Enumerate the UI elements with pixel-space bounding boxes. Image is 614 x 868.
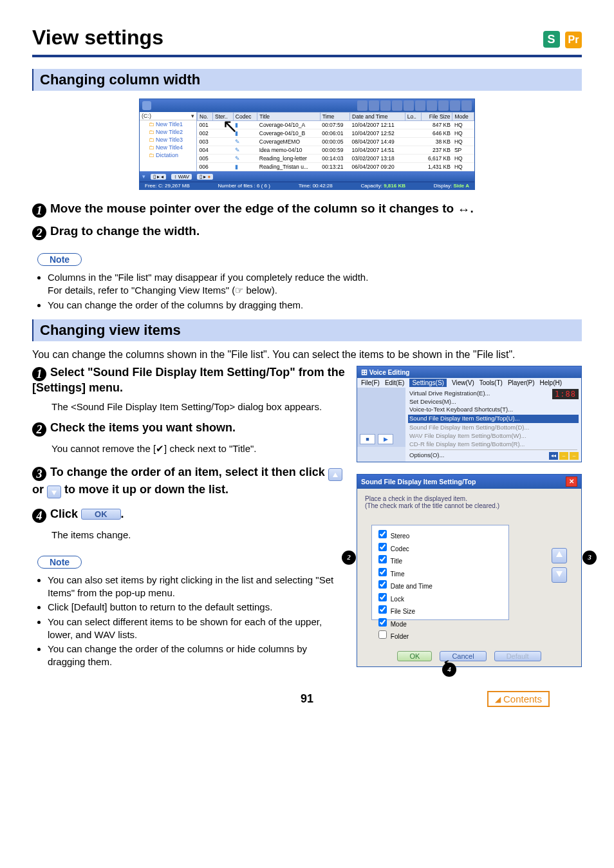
- step-b2: 2Check the items you want shown.: [32, 421, 345, 437]
- notes-list-b: You can also set items by right clicking…: [37, 574, 345, 669]
- contents-button[interactable]: ◢Contents: [487, 691, 550, 707]
- tab-button: ▯ ▸ ●: [197, 174, 213, 180]
- check-lock[interactable]: [378, 593, 387, 601]
- check-filesize[interactable]: [378, 605, 387, 614]
- section-changing-column-width: Changing column width: [32, 69, 582, 91]
- file-list-screenshot: (C:)▾ 🗀New Title1 🗀New Title2 🗀New Title…: [139, 99, 475, 190]
- step-b4-sub: The items change.: [51, 529, 345, 540]
- menu-item-selected: Sound File Display Item Setting/Top(U)..…: [408, 415, 579, 423]
- default-button[interactable]: Default: [494, 651, 541, 661]
- callout-4: 4: [442, 663, 456, 677]
- search-icon: [142, 101, 151, 110]
- play-icon: ▶: [378, 434, 393, 444]
- check-title[interactable]: [378, 555, 387, 563]
- tab-button-wav: ↕ WAV: [171, 174, 192, 180]
- toolbar-icon: [461, 100, 472, 111]
- table-row: 004✎Idea memo-04/1000:00:5910/04/2007 14…: [198, 146, 474, 155]
- toolbar-icon: [427, 100, 437, 111]
- section-changing-view-items: Changing view items: [32, 319, 582, 341]
- badge-s: S: [543, 31, 560, 48]
- status-bar: Free: C: 29,267 MB Number of files : 6 (…: [140, 182, 474, 189]
- toolbar-icon: [415, 100, 425, 111]
- folder-item: 🗀New Title1: [140, 120, 196, 128]
- move-up-button-inline: [328, 468, 342, 481]
- toolbar-icon: [380, 100, 391, 111]
- table-row: 001▮Coverage-04/10_A00:07:5910/04/2007 1…: [198, 121, 474, 129]
- toolbar-icon: [450, 100, 460, 111]
- counter-display: 1:88: [552, 389, 579, 399]
- move-down-button[interactable]: [552, 567, 567, 583]
- note-label: Note: [37, 253, 82, 266]
- dialog-intro: Place a check in the displayed item. (Th…: [365, 495, 573, 509]
- triangle-icon: ◢: [495, 695, 501, 704]
- callout-3: 3: [582, 551, 597, 565]
- step-1: 1Move the mouse pointer over the edge of…: [32, 202, 582, 218]
- step-b2-sub: You cannot remove the [✔] check next to …: [51, 443, 345, 455]
- note-label: Note: [37, 556, 82, 569]
- badges: S Pr: [543, 31, 582, 48]
- settings-dropdown: 1:88 Virtual Drive Registration(E)... Se…: [405, 388, 581, 462]
- resize-cursor-icon: ↔: [457, 202, 470, 216]
- toolbar-icon: [404, 100, 414, 111]
- section-intro: You can change the columns shown in the …: [32, 349, 582, 361]
- file-table: No.Ster..CodecTitleTimeDate and TimeLo..…: [197, 112, 474, 171]
- toolbar-icon: [357, 100, 367, 111]
- pause-icon: –: [559, 452, 568, 460]
- tab-button: ▯ ▸ ◂: [151, 174, 166, 180]
- table-row: 003✎CoverageMEMO00:00:0508/04/2007 14:49…: [198, 138, 474, 146]
- svg-marker-0: [333, 473, 338, 477]
- svg-marker-2: [556, 551, 563, 557]
- notes-list: Columns in the "File list" may disappear…: [37, 271, 582, 312]
- drive-selector: (C:)▾: [140, 112, 196, 120]
- svg-marker-1: [51, 491, 57, 495]
- display-item-dialog: 2 3 Sound File Display Item Setting/Top …: [357, 474, 582, 667]
- step-b4: 4Click OK.: [32, 507, 345, 523]
- step-b1: 1Select "Sound File Display Item Setting…: [32, 366, 345, 395]
- menu-bar: File(F)Edit(E)Settings(S)View(V)Tools(T)…: [357, 378, 581, 388]
- toolbar-icon: [392, 100, 402, 111]
- svg-marker-3: [556, 571, 563, 577]
- folder-item: 🗀Dictation: [140, 151, 196, 159]
- stop-icon: ■: [360, 434, 375, 444]
- check-time[interactable]: [378, 568, 387, 576]
- table-row: 002▮Coverage-04/10_B00:06:0110/04/2007 1…: [198, 129, 474, 138]
- page-title: View settings: [32, 26, 582, 50]
- check-mode[interactable]: [378, 618, 387, 627]
- toolbar-icon: [369, 100, 379, 111]
- ok-button-inline: OK: [81, 509, 121, 520]
- step-b1-sub: The <Sound File Display Item Setting/Top…: [51, 401, 345, 412]
- close-icon[interactable]: ✕: [566, 476, 577, 487]
- table-row: 006▮Reading_Tristan u...00:13:2106/04/20…: [198, 163, 474, 171]
- step-2: 2Drag to change the width.: [32, 224, 582, 240]
- ok-button[interactable]: OK: [397, 651, 432, 661]
- check-codec[interactable]: [378, 543, 387, 551]
- badge-pr: Pr: [565, 32, 582, 48]
- folder-item: 🗀New Title3: [140, 136, 196, 144]
- item-checklist[interactable]: Stereo Codec Title Time Date and Time Lo…: [371, 525, 509, 620]
- table-row: 005✎Reading_long-letter00:14:0303/02/200…: [198, 155, 474, 163]
- callout-2: 2: [342, 551, 356, 565]
- ve-player-panel: ■▶: [357, 388, 405, 447]
- folder-item: 🗀New Title4: [140, 144, 196, 151]
- check-date[interactable]: [378, 580, 387, 589]
- forward-icon: –: [570, 452, 579, 460]
- rewind-icon: ◂◂: [549, 452, 558, 460]
- check-stereo[interactable]: [378, 530, 387, 538]
- step-b3: 3To change the order of an item, select …: [32, 464, 345, 498]
- move-up-button[interactable]: [552, 548, 567, 563]
- check-folder[interactable]: [378, 630, 387, 639]
- toolbar-icon: [438, 100, 449, 111]
- voice-editing-window: ⊞ Voice Editing File(F)Edit(E)Settings(S…: [357, 366, 582, 463]
- folder-item: 🗀New Title2: [140, 128, 196, 136]
- move-down-button-inline: [47, 486, 61, 498]
